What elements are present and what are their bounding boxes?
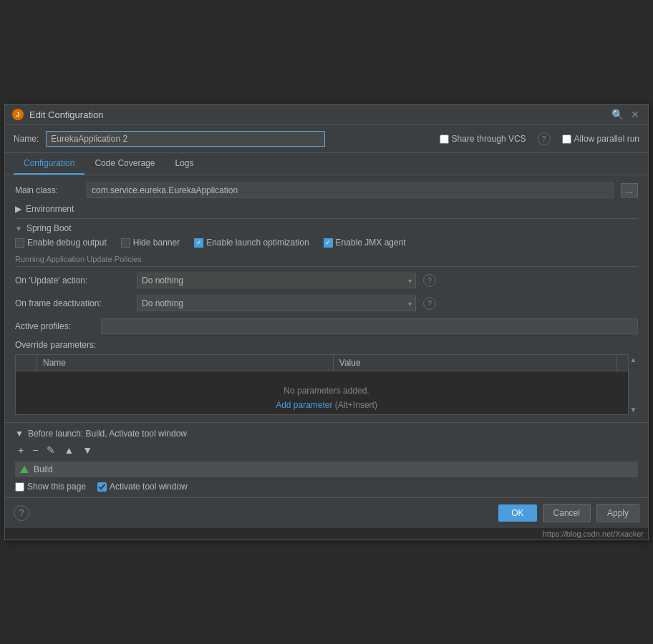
allow-parallel-run-checkbox[interactable]: [562, 135, 571, 144]
content-area: Main class: ... ▶ Environment ▼ Spring B…: [5, 175, 648, 422]
cancel-button[interactable]: Cancel: [543, 504, 591, 522]
before-launch-label: Before launch: Build, Activate tool wind…: [28, 429, 187, 439]
override-params-section: Override parameters: Name Value +: [15, 340, 638, 415]
enable-launch-optimization-label[interactable]: Enable launch optimization: [194, 238, 309, 248]
on-frame-select-wrapper: Do nothing Update resources Update class…: [137, 296, 416, 311]
show-page-row: Show this page Activate tool window: [15, 482, 638, 492]
before-launch-edit-button[interactable]: ✎: [44, 443, 58, 457]
enable-launch-optimization-checkbox[interactable]: [194, 238, 203, 248]
on-frame-select[interactable]: Do nothing Update resources Update class…: [137, 296, 416, 311]
before-launch-arrow[interactable]: ▼: [15, 429, 24, 439]
active-profiles-label: Active profiles:: [15, 321, 94, 331]
on-update-select[interactable]: Do nothing Update resources Update class…: [137, 273, 416, 288]
active-profiles-input[interactable]: [101, 318, 638, 334]
on-update-label: On 'Update' action:: [15, 275, 130, 286]
params-table-header: Name Value +: [16, 355, 638, 371]
on-frame-label: On frame deactivation:: [15, 298, 130, 308]
before-launch-toolbar: + − ✎ ▲ ▼: [15, 443, 638, 457]
params-table-wrapper: Name Value + No parameters added.: [15, 354, 638, 415]
on-frame-row: On frame deactivation: Do nothing Update…: [15, 296, 638, 311]
name-input[interactable]: [46, 131, 325, 147]
app-icon: J: [12, 109, 24, 120]
active-profiles-row: Active profiles:: [15, 318, 638, 334]
hide-banner-label[interactable]: Hide banner: [121, 238, 180, 248]
spring-boot-arrow: ▼: [15, 225, 22, 233]
before-launch-remove-button[interactable]: −: [29, 443, 41, 457]
edit-configuration-dialog: J Edit Configuration 🔍 ✕ Name: Share thr…: [4, 104, 649, 540]
no-params-row: No parameters added. Add parameter (Alt+…: [16, 371, 638, 415]
add-param-link[interactable]: Add parameter: [276, 400, 332, 410]
build-label: Build: [34, 464, 53, 474]
name-row: Name: Share through VCS ? Allow parallel…: [5, 125, 648, 153]
main-class-label: Main class:: [15, 185, 79, 195]
spring-boot-title: Spring Boot: [26, 223, 72, 233]
spring-boot-header[interactable]: ▼ Spring Boot: [15, 223, 638, 233]
tab-logs[interactable]: Logs: [165, 153, 203, 175]
no-params-text: No parameters added.: [16, 386, 637, 396]
url-bar: https://blog.csdn.net/Xxacker: [5, 528, 648, 540]
enable-debug-output-label[interactable]: Enable debug output: [15, 238, 107, 248]
on-frame-help-icon[interactable]: ?: [423, 297, 436, 310]
before-launch-section: ▼ Before launch: Build, Activate tool wi…: [5, 422, 648, 497]
add-param-row: Add parameter (Alt+Insert): [16, 400, 637, 410]
enable-jmx-agent-label[interactable]: Enable JMX agent: [324, 238, 406, 248]
help-button[interactable]: ?: [14, 505, 29, 521]
spring-boot-section: ▼ Spring Boot Enable debug output Hide b…: [15, 223, 638, 311]
before-launch-up-button[interactable]: ▲: [61, 443, 77, 457]
name-row-right: Share through VCS ? Allow parallel run: [440, 132, 639, 145]
before-launch-header: ▼ Before launch: Build, Activate tool wi…: [15, 429, 638, 439]
params-col-value: Value: [333, 355, 616, 371]
svg-marker-0: [20, 466, 29, 473]
build-svg-icon: [19, 464, 29, 474]
on-update-row: On 'Update' action: Do nothing Update re…: [15, 273, 638, 288]
environment-label: Environment: [26, 204, 74, 214]
environment-section: ▶ Environment: [15, 204, 638, 214]
dialog-title: Edit Configuration: [29, 109, 606, 120]
tabs-bar: Configuration Code Coverage Logs: [5, 153, 648, 175]
add-param-shortcut: (Alt+Insert): [335, 400, 377, 410]
apply-button[interactable]: Apply: [596, 504, 639, 522]
tab-code-coverage[interactable]: Code Coverage: [84, 153, 165, 175]
environment-arrow[interactable]: ▶: [15, 204, 21, 214]
build-icon: [19, 464, 29, 474]
before-launch-down-button[interactable]: ▼: [79, 443, 95, 457]
show-this-page-checkbox[interactable]: [15, 482, 24, 492]
table-scrollbar[interactable]: ▲ ▼: [628, 354, 638, 415]
on-update-select-wrapper: Do nothing Update resources Update class…: [137, 273, 416, 288]
on-update-help-icon[interactable]: ?: [423, 274, 436, 287]
title-bar: J Edit Configuration 🔍 ✕: [5, 104, 648, 125]
show-this-page-label[interactable]: Show this page: [15, 482, 86, 492]
divider-1: [15, 218, 638, 219]
activate-tool-window-label[interactable]: Activate tool window: [97, 482, 188, 492]
main-class-row: Main class: ...: [15, 182, 638, 198]
override-params-label: Override parameters:: [15, 340, 638, 350]
allow-parallel-run-label[interactable]: Allow parallel run: [562, 134, 639, 144]
share-through-vcs-checkbox[interactable]: [440, 135, 449, 144]
params-col-name: Name: [37, 355, 334, 371]
ok-button[interactable]: OK: [498, 504, 536, 522]
before-launch-add-button[interactable]: +: [15, 443, 26, 457]
params-col-check: [16, 355, 37, 371]
footer-right: OK Cancel Apply: [498, 504, 639, 522]
build-item: Build: [15, 462, 638, 477]
running-policies-label: Running Application Update Policies: [15, 255, 638, 267]
hide-banner-checkbox[interactable]: [121, 238, 130, 248]
tab-configuration[interactable]: Configuration: [14, 153, 84, 175]
share-help-icon[interactable]: ?: [538, 132, 551, 145]
enable-jmx-agent-checkbox[interactable]: [324, 238, 333, 248]
activate-tool-window-checkbox[interactable]: [97, 482, 107, 492]
spring-boot-checkboxes: Enable debug output Hide banner Enable l…: [15, 238, 638, 248]
enable-debug-output-checkbox[interactable]: [15, 238, 24, 248]
search-icon[interactable]: 🔍: [611, 109, 624, 120]
main-class-browse-button[interactable]: ...: [621, 183, 638, 197]
name-label: Name:: [14, 134, 39, 144]
params-table: Name Value + No parameters added.: [15, 354, 638, 415]
share-through-vcs-label[interactable]: Share through VCS: [440, 134, 526, 144]
footer: ? OK Cancel Apply: [5, 497, 648, 528]
main-class-input[interactable]: [87, 182, 614, 198]
close-button[interactable]: ✕: [629, 109, 641, 120]
